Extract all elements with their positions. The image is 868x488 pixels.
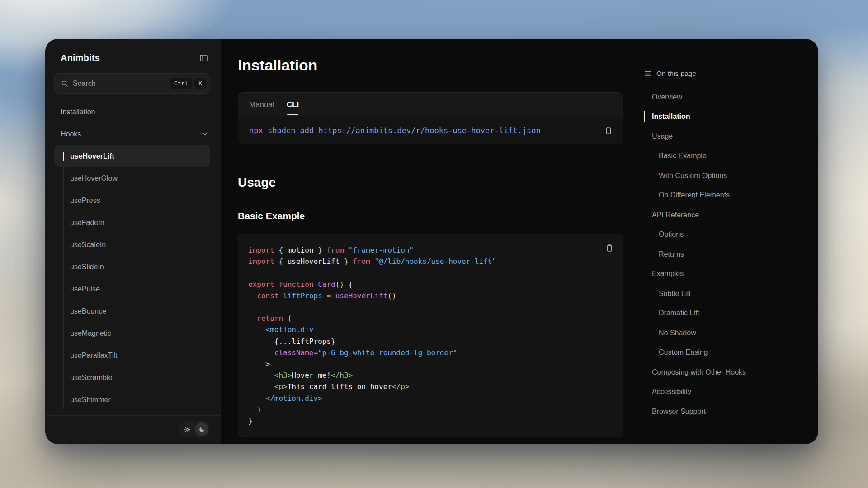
sun-icon	[184, 426, 191, 433]
list-icon	[644, 70, 652, 78]
sidebar-item-usePress[interactable]: usePress	[46, 189, 221, 211]
toc-item-no-shadow[interactable]: No Shadow	[644, 323, 809, 343]
clipboard-icon	[604, 126, 613, 136]
toc-item-returns[interactable]: Returns	[644, 244, 809, 264]
kbd-k: K	[194, 78, 206, 89]
theme-toggle	[179, 421, 210, 437]
code-line	[248, 301, 613, 313]
sidebar-item-useMagnetic[interactable]: useMagnetic	[46, 322, 221, 344]
sidebar-item-useBounce[interactable]: useBounce	[46, 300, 221, 322]
example-code-card: import { motion } from "framer-motion"im…	[238, 234, 623, 437]
clouds-background: { "colors": { "keyword": "#e06c75", "ent…	[0, 0, 868, 488]
usage-heading: Usage	[238, 176, 640, 189]
clipboard-icon	[605, 243, 614, 253]
code-line: return (	[248, 313, 613, 324]
code-line: import { motion } from "framer-motion"	[248, 244, 613, 256]
search-icon	[61, 80, 69, 88]
code-line: const liftProps = useHoverLift()	[248, 290, 613, 301]
toc-item-api-reference[interactable]: API Reference	[644, 205, 809, 225]
sidebar-item-useHoverGlow[interactable]: useHoverGlow	[46, 167, 221, 189]
code-line: export function Card() {	[248, 279, 613, 290]
code-line: <motion.div	[248, 324, 613, 335]
toc-item-overview[interactable]: Overview	[644, 87, 809, 107]
sidebar-item-installation[interactable]: Installation	[46, 101, 221, 123]
toc-item-basic-example[interactable]: Basic Example	[644, 146, 809, 166]
code-line: {...liftProps}	[248, 336, 613, 347]
sidebar-item-usePulse[interactable]: usePulse	[46, 278, 221, 300]
code-line: )	[248, 404, 613, 415]
code-line: <h3>Hover me!</h3>	[248, 370, 613, 381]
toc-item-custom-easing[interactable]: Custom Easing	[644, 343, 809, 363]
app-title: Animbits	[61, 53, 100, 63]
toc-item-installation[interactable]: Installation	[644, 107, 809, 127]
cli-command: npx shadcn add https://animbits.dev/r/ho…	[249, 126, 541, 135]
sidebar-header: Animbits	[46, 39, 221, 73]
app-window: Animbits CtrlK Installation Hooks useHov	[45, 39, 818, 444]
code-line: className="p-6 bg-white rounded-lg borde…	[248, 347, 613, 358]
toc-header: On this page	[644, 70, 809, 78]
code-line: <p>This card lifts on hover</p>	[248, 381, 613, 392]
sidebar-item-useFadeIn[interactable]: useFadeIn	[46, 211, 221, 234]
copy-button[interactable]	[603, 125, 614, 136]
code-line: }	[248, 415, 613, 427]
search-kbd-group: CtrlK	[168, 78, 206, 89]
toc-item-examples[interactable]: Examples	[644, 264, 809, 284]
sidebar-footer	[46, 415, 221, 444]
search-box[interactable]: CtrlK	[54, 73, 210, 94]
tab-manual[interactable]: Manual	[249, 93, 274, 117]
light-mode-button[interactable]	[180, 422, 194, 436]
toc-item-usage[interactable]: Usage	[644, 127, 809, 146]
sidebar-item-useParallaxTilt[interactable]: useParallaxTilt	[46, 344, 221, 366]
kbd-ctrl: Ctrl	[170, 78, 192, 89]
sidebar-item-useScaleIn[interactable]: useScaleIn	[46, 234, 221, 256]
toc-panel: On this page OverviewInstallationUsageBa…	[640, 39, 818, 444]
panel-left-icon[interactable]	[199, 53, 208, 63]
hooks-list: useHoverLiftuseHoverGlowusePressuseFadeI…	[46, 145, 221, 411]
code-line	[248, 267, 613, 278]
page-title: Installation	[238, 56, 640, 74]
sidebar-group-label: Hooks	[61, 130, 81, 138]
toc-list: OverviewInstallationUsageBasic ExampleWi…	[644, 87, 809, 422]
toc-item-dramatic-lift[interactable]: Dramatic Lift	[644, 304, 809, 324]
toc-item-composing-with-other-hooks[interactable]: Composing with Other Hooks	[644, 362, 809, 382]
main-content: Installation ManualCLI npx shadcn add ht…	[221, 39, 640, 444]
chevron-down-icon	[201, 130, 209, 138]
toc-item-options[interactable]: Options	[644, 225, 809, 245]
toc-heading: On this page	[656, 70, 696, 78]
sidebar: Animbits CtrlK Installation Hooks useHov	[46, 39, 221, 444]
toc-item-on-different-elements[interactable]: On Different Elements	[644, 186, 809, 206]
basic-example-heading: Basic Example	[238, 210, 640, 222]
toc-item-accessibility[interactable]: Accessibility	[644, 382, 809, 402]
code-line: import { useHoverLift } from "@/lib/hook…	[248, 256, 613, 267]
sidebar-item-label: Installation	[61, 108, 95, 116]
install-tabs: ManualCLI	[238, 93, 623, 117]
sidebar-item-useShimmer[interactable]: useShimmer	[46, 389, 221, 411]
sidebar-nav: Installation Hooks useHoverLiftuseHoverG…	[46, 101, 221, 415]
search-input[interactable]	[73, 80, 164, 88]
cli-row: npx shadcn add https://animbits.dev/r/ho…	[238, 117, 623, 144]
code-block: import { motion } from "framer-motion"im…	[248, 244, 613, 427]
sidebar-item-useHoverLift[interactable]: useHoverLift	[54, 145, 210, 167]
sidebar-group-hooks[interactable]: Hooks	[46, 123, 221, 145]
toc-item-subtle-lift[interactable]: Subtle Lift	[644, 284, 809, 304]
install-card: ManualCLI npx shadcn add https://animbit…	[238, 92, 623, 144]
moon-icon	[198, 426, 205, 433]
toc-item-browser-support[interactable]: Browser Support	[644, 402, 809, 422]
code-line: </motion.div>	[248, 393, 613, 404]
tab-cli[interactable]: CLI	[287, 93, 299, 117]
dark-mode-button[interactable]	[195, 422, 208, 436]
toc-item-with-custom-options[interactable]: With Custom Options	[644, 166, 809, 186]
sidebar-item-useSlideIn[interactable]: useSlideIn	[46, 256, 221, 278]
sidebar-item-useScramble[interactable]: useScramble	[46, 366, 221, 389]
code-line: >	[248, 358, 613, 370]
copy-button[interactable]	[604, 242, 615, 254]
